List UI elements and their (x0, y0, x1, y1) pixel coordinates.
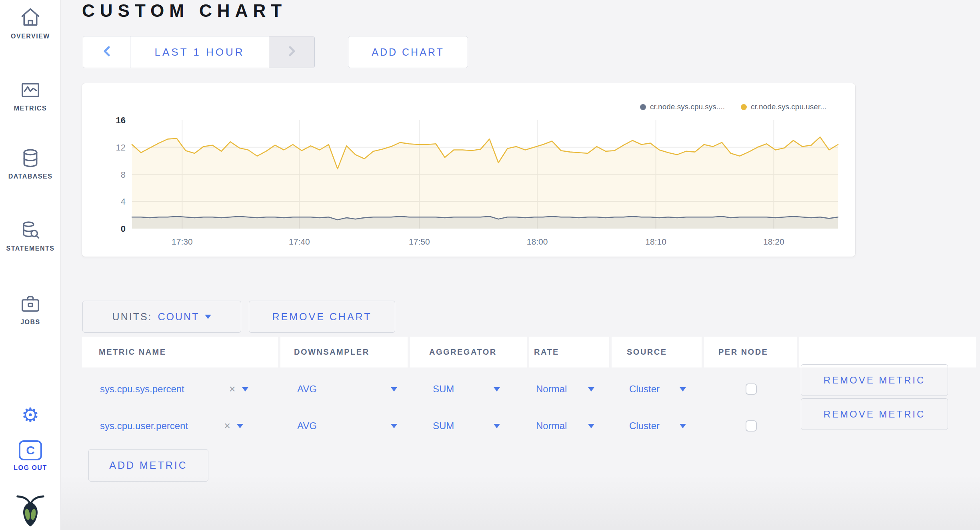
svg-text:0: 0 (121, 224, 126, 234)
rate-value: Normal (536, 383, 567, 395)
metric-name: sys.cpu.sys.percent (100, 383, 184, 395)
sidebar-item-statements[interactable]: STATEMENTS (0, 219, 61, 252)
downsampler-select[interactable]: AVG (297, 415, 397, 437)
dropdown-caret-icon (494, 387, 500, 391)
svg-text:12: 12 (116, 143, 126, 153)
add-metric-button[interactable]: ADD METRIC (88, 449, 208, 482)
svg-text:18:20: 18:20 (763, 237, 784, 246)
sidebar-item-metrics[interactable]: METRICS (0, 79, 61, 112)
cockroach-c-icon: C (19, 440, 42, 460)
svg-text:17:50: 17:50 (409, 237, 430, 246)
col-header-downsampler: DOWNSAMPLER (280, 337, 408, 367)
dropdown-caret-icon (242, 387, 248, 391)
dropdown-caret-icon (494, 424, 500, 428)
clear-metric-icon[interactable]: × (229, 383, 236, 395)
legend-item-user: cr.node.sys.cpu.user... (741, 102, 826, 111)
sidebar-item-label: METRICS (14, 105, 47, 112)
sidebar-item-overview[interactable]: OVERVIEW (0, 6, 61, 40)
source-value: Cluster (629, 383, 660, 395)
per-node-checkbox[interactable] (746, 420, 757, 432)
chart-legend: cr.node.sys.cpu.sys.... cr.node.sys.cpu.… (640, 102, 826, 111)
sidebar-item-label: JOBS (20, 319, 40, 326)
col-header-actions-blank (799, 337, 976, 367)
logout-label: LOG OUT (14, 464, 47, 472)
dropdown-caret-icon (205, 315, 211, 319)
clear-metric-icon[interactable]: × (224, 420, 230, 432)
time-range-selector: LAST 1 HOUR (83, 36, 315, 68)
units-label: UNITS: (112, 311, 152, 323)
cockroach-bug-icon (16, 493, 45, 528)
metric-name: sys.cpu.user.percent (100, 420, 188, 432)
time-next-button-disabled[interactable] (269, 36, 314, 68)
rate-value: Normal (536, 420, 567, 432)
sidebar-item-label: OVERVIEW (11, 33, 50, 40)
svg-text:18:10: 18:10 (645, 237, 666, 246)
source-value: Cluster (629, 420, 660, 432)
legend-dot-user (741, 104, 747, 110)
briefcase-icon (20, 293, 41, 315)
col-header-aggregator: AGGREGATOR (410, 337, 527, 367)
downsampler-value: AVG (297, 383, 317, 395)
remove-chart-button[interactable]: REMOVE CHART (249, 301, 395, 333)
col-header-metric-name: METRIC NAME (82, 337, 278, 367)
aggregator-value: SUM (433, 420, 454, 432)
units-value: COUNT (158, 311, 200, 323)
svg-text:8: 8 (121, 170, 126, 180)
remove-metric-button[interactable]: REMOVE METRIC (801, 398, 948, 430)
svg-text:4: 4 (121, 197, 126, 207)
rate-select[interactable]: Normal (536, 378, 594, 400)
svg-text:16: 16 (116, 115, 126, 125)
source-select[interactable]: Cluster (629, 378, 686, 400)
rate-select[interactable]: Normal (536, 415, 594, 437)
logout-button[interactable]: C LOG OUT (0, 440, 61, 472)
units-dropdown[interactable]: UNITS: COUNT (82, 301, 241, 333)
col-header-source: SOURCE (612, 337, 702, 367)
time-range-label[interactable]: LAST 1 HOUR (130, 36, 269, 68)
svg-text:17:30: 17:30 (172, 237, 193, 246)
aggregator-select[interactable]: SUM (433, 378, 500, 400)
legend-label-sys: cr.node.sys.cpu.sys.... (650, 102, 725, 111)
dropdown-caret-icon (391, 387, 397, 391)
settings-button[interactable]: ⚙ (0, 405, 61, 425)
chart-card: 17:3017:4017:5018:0018:1018:200481216 cr… (82, 83, 855, 257)
sidebar-item-label: STATEMENTS (6, 245, 54, 252)
sidebar-item-label: DATABASES (8, 173, 53, 180)
page-title: CUSTOM CHART (82, 1, 287, 21)
custom-chart-page: OVERVIEW METRICS DATABASES (0, 0, 980, 530)
metric-name-dropdown[interactable]: sys.cpu.sys.percent × (100, 378, 248, 400)
sidebar: OVERVIEW METRICS DATABASES (0, 0, 61, 530)
dropdown-caret-icon (237, 424, 243, 428)
dropdown-caret-icon (391, 424, 397, 428)
chevron-left-icon (102, 45, 112, 59)
home-icon (19, 6, 42, 29)
col-header-rate: RATE (529, 337, 609, 367)
aggregator-value: SUM (433, 383, 454, 395)
dropdown-caret-icon (680, 387, 686, 391)
sidebar-item-databases[interactable]: DATABASES (0, 147, 61, 180)
downsampler-value: AVG (297, 420, 317, 432)
cockroach-logo (0, 493, 61, 528)
metric-name-dropdown[interactable]: sys.cpu.user.percent × (100, 415, 243, 437)
sidebar-item-jobs[interactable]: JOBS (0, 293, 61, 326)
dropdown-caret-icon (588, 424, 594, 428)
database-icon (20, 147, 41, 169)
aggregator-select[interactable]: SUM (433, 415, 500, 437)
svg-text:18:00: 18:00 (527, 237, 548, 246)
remove-metric-button[interactable]: REMOVE METRIC (801, 364, 948, 396)
chevron-right-icon (287, 45, 297, 59)
legend-dot-sys (640, 104, 646, 110)
time-prev-button[interactable] (83, 36, 130, 68)
statements-icon (20, 219, 41, 241)
dropdown-caret-icon (680, 424, 686, 428)
metrics-icon (20, 79, 41, 101)
add-chart-button[interactable]: ADD CHART (348, 36, 468, 68)
legend-label-user: cr.node.sys.cpu.user... (751, 102, 826, 111)
dropdown-caret-icon (588, 387, 594, 391)
legend-item-sys: cr.node.sys.cpu.sys.... (640, 102, 725, 111)
per-node-checkbox[interactable] (746, 383, 757, 395)
downsampler-select[interactable]: AVG (297, 378, 397, 400)
svg-text:17:40: 17:40 (289, 237, 310, 246)
col-header-per-node: PER NODE (704, 337, 797, 367)
bottom-shadow (61, 474, 980, 530)
source-select[interactable]: Cluster (629, 415, 686, 437)
